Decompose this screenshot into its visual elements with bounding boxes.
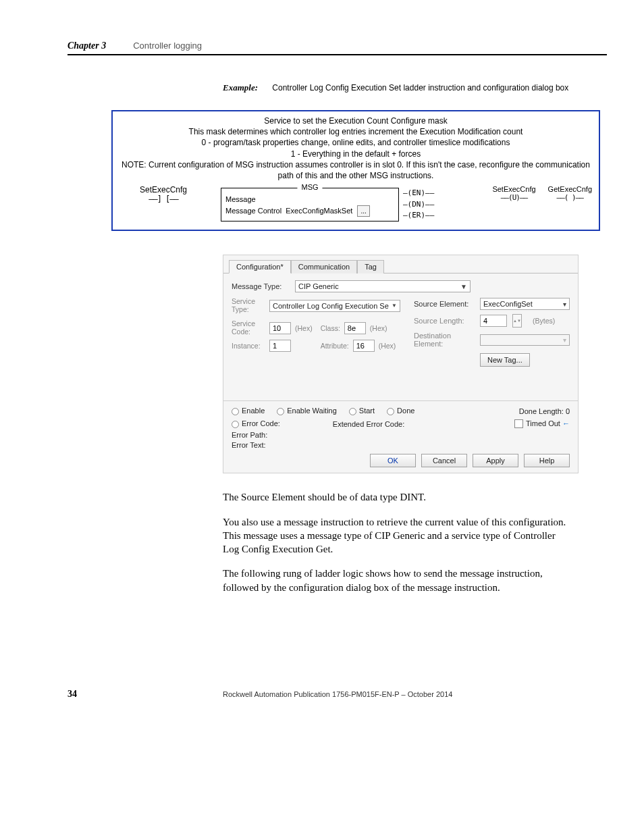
destination-element-select[interactable]: ▾: [480, 334, 570, 346]
ladder-input-contact: SetExecCnfg ——] [——: [119, 184, 221, 204]
dialog-button-row: OK Cancel Apply Help: [223, 451, 578, 469]
status-error-code: Error Code:: [232, 419, 280, 428]
ladder-desc-line: 0 - program/task properties change, onli…: [119, 137, 592, 148]
output-coil: GetExecCnfg ——( )——: [548, 185, 592, 202]
msg-block-title: MSG: [297, 183, 322, 191]
message-type-select[interactable]: CIP Generic ▼: [295, 280, 471, 292]
instance-input[interactable]: [269, 340, 291, 352]
paragraph: You also use a message instruction to re…: [223, 515, 574, 556]
timed-out: Timed Out ←: [514, 419, 570, 429]
source-element-value: ExecConfigSet: [483, 300, 533, 308]
new-tag-button[interactable]: New Tag...: [480, 353, 530, 367]
class-input[interactable]: [344, 322, 366, 334]
msg-instruction-block: MSG Message Message Control ExecConfigMa…: [221, 188, 399, 221]
coil-symbol: ——(U)——: [492, 193, 535, 202]
error-row: Error Code: Extended Error Code: Timed O…: [223, 419, 578, 429]
service-code-label: Service Code:: [232, 320, 265, 336]
error-text-label: Error Text:: [223, 441, 578, 449]
hex-label: (Hex): [370, 324, 387, 332]
message-type-value: CIP Generic: [298, 282, 339, 290]
ellipsis-button[interactable]: ...: [357, 205, 369, 217]
source-length-label: Source Length:: [414, 317, 475, 325]
status-row: Enable Enable Waiting Start Done Done Le…: [223, 407, 578, 415]
ladder-output-coils: SetExecCnfg ——(U)—— GetExecCnfg ——( )——: [492, 184, 592, 202]
ladder-desc-line: 1 - Everything in the default + forces: [119, 149, 592, 159]
attribute-label: Attribute:: [321, 342, 349, 350]
chevron-down-icon: ▼: [460, 283, 467, 290]
tab-tag[interactable]: Tag: [357, 260, 384, 273]
ladder-description: Service to set the Execution Count Confi…: [113, 111, 599, 184]
example-line: Example: Controller Log Config Execution…: [223, 82, 607, 93]
divider: [223, 400, 578, 401]
service-type-label: Service Type:: [232, 298, 265, 313]
done-length: Done Length: 0: [519, 407, 570, 415]
hex-label: (Hex): [379, 342, 396, 350]
status-enable-waiting: Enable Waiting: [277, 407, 337, 415]
page-number: 34: [68, 689, 223, 700]
cancel-button[interactable]: Cancel: [421, 454, 467, 467]
ok-button[interactable]: OK: [370, 454, 416, 467]
status-indicator-icon: [349, 408, 356, 415]
chevron-down-icon: ▾: [563, 336, 566, 344]
chevron-down-icon: ▼: [392, 303, 397, 309]
source-element-label: Source Element:: [414, 300, 475, 308]
coil-tag: GetExecCnfg: [548, 185, 592, 193]
help-button[interactable]: Help: [524, 454, 570, 467]
paragraph: The Source Element should be of data typ…: [223, 490, 574, 504]
dialog-tabs: Configuration* Communication Tag: [223, 255, 578, 273]
msg-line: Message Control ExecConfigMaskSet ...: [225, 205, 394, 217]
extended-error-code-label: Extended Error Code:: [333, 420, 404, 428]
example-label: Example:: [223, 82, 258, 93]
status-indicator-icon: [232, 408, 239, 415]
status-indicator-icon: [387, 408, 394, 415]
contact-tag: SetExecCnfg: [106, 185, 221, 194]
ladder-rung-box: Service to set the Execution Count Confi…: [111, 110, 600, 231]
ladder-desc-line: Service to set the Execution Count Confi…: [119, 115, 592, 126]
status-start: Start: [349, 407, 375, 415]
status-en: —(EN)——: [403, 188, 434, 199]
timed-out-checkbox[interactable]: [514, 419, 523, 428]
status-indicator-icon: [232, 421, 239, 428]
ladder-desc-line: This mask determines which controller lo…: [119, 126, 592, 137]
tab-configuration[interactable]: Configuration*: [229, 260, 291, 273]
apply-button[interactable]: Apply: [473, 454, 518, 467]
source-length-input[interactable]: [480, 315, 507, 327]
status-dn: —(DN)——: [403, 199, 434, 211]
chevron-down-icon: ▾: [563, 301, 566, 308]
chapter-title: Controller logging: [133, 41, 202, 51]
stepper-icon[interactable]: ▲▼: [512, 314, 522, 328]
output-coil: SetExecCnfg ——(U)——: [492, 185, 535, 202]
paragraph: The following rung of ladder logic shows…: [223, 567, 574, 594]
page-header: Chapter 3 Controller logging: [68, 41, 607, 55]
service-type-value: Controller Log Config Execution Se: [273, 302, 389, 310]
body-text: The Source Element should be of data typ…: [223, 490, 574, 594]
example-text: Controller Log Config Execution Set ladd…: [272, 83, 568, 93]
contact-symbol: ——] [——: [106, 194, 221, 204]
msg-line: Message: [225, 194, 394, 205]
bytes-label: (Bytes): [533, 317, 555, 325]
status-indicator-icon: [277, 408, 284, 415]
service-type-select[interactable]: Controller Log Config Execution Se ▼: [269, 300, 400, 312]
status-enable: Enable: [232, 407, 265, 415]
message-type-label: Message Type:: [232, 282, 291, 290]
message-config-dialog: Configuration* Communication Tag Message…: [223, 255, 579, 473]
chapter-label: Chapter 3: [68, 41, 106, 51]
source-element-select[interactable]: ExecConfigSet ▾: [480, 298, 570, 310]
msg-control-label: Message Control: [225, 207, 281, 215]
msg-control-value: ExecConfigMaskSet: [286, 207, 352, 215]
status-done: Done: [387, 407, 414, 415]
status-er: —(ER)——: [403, 210, 434, 221]
service-code-input[interactable]: [269, 322, 291, 334]
error-path-label: Error Path:: [223, 431, 578, 439]
msg-status-pins: —(EN)—— —(DN)—— —(ER)——: [403, 188, 434, 221]
attribute-input[interactable]: [353, 340, 375, 352]
class-label: Class:: [321, 324, 340, 332]
coil-symbol: ——( )——: [548, 193, 592, 202]
ladder-row: SetExecCnfg ——] [—— MSG Message Message …: [113, 184, 599, 221]
page-footer: 34 Rockwell Automation Publication 1756-…: [68, 689, 607, 700]
tab-communication[interactable]: Communication: [291, 260, 357, 273]
arrow-left-icon: ←: [562, 419, 570, 427]
ladder-desc-line: NOTE: Current configuration of MSG instr…: [119, 159, 592, 181]
destination-element-label: Destination Element:: [414, 332, 475, 348]
hex-label: (Hex): [295, 324, 313, 332]
